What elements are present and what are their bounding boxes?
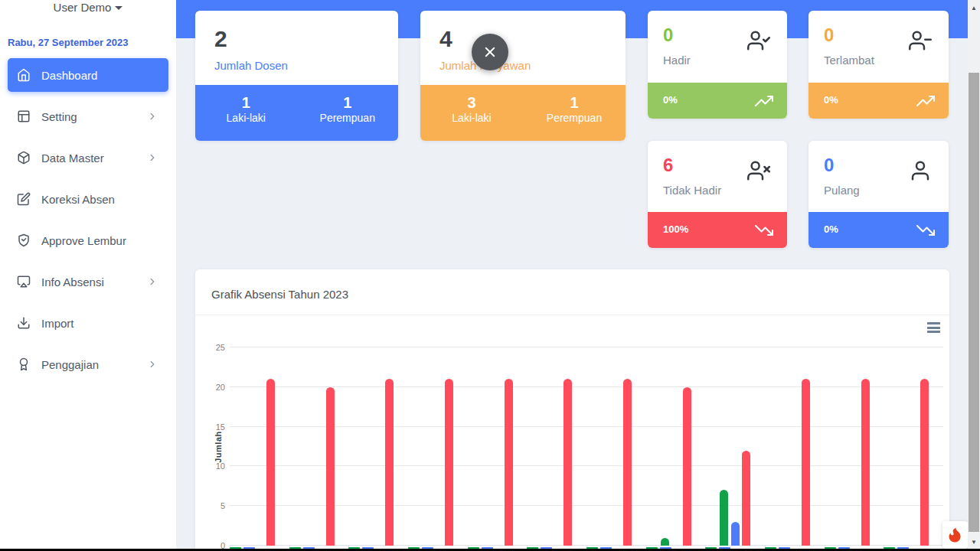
hadir-label: Hadir (663, 54, 691, 67)
y-axis-tick: 15 (202, 422, 225, 432)
pulang-label: Pulang (824, 184, 860, 197)
gridline (230, 347, 943, 347)
trending-up-icon (755, 92, 773, 110)
user-menu[interactable]: User Demo (0, 0, 176, 14)
dosen-male-count: 1 (195, 94, 297, 112)
sidebar-item-info-absensi[interactable]: Info Absensi (8, 265, 168, 298)
bar-red-Mei (505, 379, 513, 546)
chart-title: Grafik Absensi Tahun 2023 (211, 288, 348, 301)
sidebar-item-import[interactable]: Import (8, 306, 168, 340)
user-icon (909, 159, 932, 182)
sidebar-item-label: Koreksi Absen (41, 193, 115, 206)
pulang-footer: 0% (808, 212, 949, 248)
x-icon (483, 45, 497, 59)
hadir-percent: 0% (663, 94, 678, 106)
trending-up-icon (916, 92, 935, 110)
bar-blue-Sep (731, 522, 740, 546)
karyawan-female-label: Perempuan (523, 112, 626, 124)
bar-red-Sep (742, 451, 750, 546)
dosen-female-label: Perempuan (297, 112, 399, 124)
gridline (230, 426, 943, 427)
user-menu-label: User Demo (54, 1, 112, 14)
bar-red-Apr (445, 379, 453, 546)
sidebar-item-koreksi-absen[interactable]: Koreksi Absen (8, 182, 168, 216)
hadir-count: 0 (663, 24, 673, 46)
bar-green-Sep (720, 490, 728, 546)
bar-red-Jan (266, 379, 275, 546)
sidebar-item-approve-lembur[interactable]: Approve Lembur (8, 223, 168, 257)
karyawan-male-col: 3 Laki-laki (420, 85, 523, 141)
dashboard-page: User Demo Rabu, 27 September 2023 Dashbo… (0, 0, 980, 551)
sidebar-item-penggajian[interactable]: Penggajian (8, 347, 168, 381)
chart-header: Grafik Absensi Tahun 2023 (195, 269, 949, 315)
caret-down-icon (115, 6, 122, 10)
dosen-male-label: Laki-laki (195, 112, 297, 124)
terlambat-footer: 0% (808, 83, 949, 119)
karyawan-male-label: Laki-laki (420, 112, 523, 124)
sidebar-item-label: Dashboard (41, 69, 97, 82)
sidebar-item-dashboard[interactable]: Dashboard (8, 58, 168, 92)
terlambat-percent: 0% (824, 94, 838, 106)
card-terlambat: 0 Terlambat 0% (808, 11, 949, 119)
karyawan-footer: 3 Laki-laki 1 Perempuan (420, 85, 626, 141)
card-jumlah-karyawan: 4 Jumlah Karyawan 3 Laki-laki 1 Perempua… (420, 11, 626, 141)
dosen-label: Jumlah Dosen (195, 51, 398, 72)
layout-icon (17, 109, 31, 123)
card-jumlah-dosen: 2 Jumlah Dosen 1 Laki-laki 1 Perempuan (195, 11, 398, 141)
bar-red-Agu (683, 387, 691, 546)
scroll-down-icon[interactable]: ▼ (968, 536, 980, 548)
pulang-count: 0 (824, 155, 834, 176)
trending-down-icon (916, 221, 935, 240)
scroll-up-icon[interactable]: ▲ (968, 2, 980, 14)
chevron-right-icon (147, 359, 158, 370)
karyawan-label: Jumlah Karyawan (420, 51, 626, 72)
scrollbar-thumb[interactable] (969, 73, 979, 532)
hamburger-icon[interactable] (927, 322, 940, 334)
gridline (230, 505, 943, 506)
terlambat-count: 0 (824, 24, 834, 46)
flame-icon (948, 527, 963, 543)
user-minus-icon (909, 29, 932, 52)
karyawan-female-col: 1 Perempuan (523, 85, 626, 141)
airplay-icon (17, 275, 31, 289)
download-icon (17, 316, 31, 330)
bar-red-Feb (326, 387, 335, 546)
dosen-footer: 1 Laki-laki 1 Perempuan (195, 85, 398, 141)
karyawan-count: 4 (420, 11, 626, 51)
gridline (230, 386, 943, 387)
sidebar-item-label: Data Master (41, 152, 104, 165)
sidebar-item-label: Approve Lembur (41, 234, 126, 247)
sidebar-item-label: Import (41, 317, 74, 330)
terlambat-label: Terlambat (824, 54, 874, 67)
chart-card: Grafik Absensi Tahun 2023 Jumlah 0510152… (195, 269, 949, 551)
chevron-right-icon (147, 152, 158, 163)
sidebar: User Demo Rabu, 27 September 2023 Dashbo… (0, 0, 176, 549)
sidebar-item-data-master[interactable]: Data Master (8, 141, 168, 174)
karyawan-male-count: 3 (420, 94, 523, 112)
tidak-hadir-percent: 100% (663, 223, 688, 235)
close-overlay-button[interactable] (472, 34, 508, 70)
sidebar-nav: Dashboard Setting Data Master (0, 58, 176, 389)
y-axis-label: Jumlah (214, 431, 223, 463)
tidak-hadir-count: 6 (663, 155, 673, 176)
bar-red-Nov (861, 379, 870, 546)
dosen-male-col: 1 Laki-laki (195, 85, 297, 141)
pulang-percent: 0% (824, 223, 838, 235)
user-check-icon (747, 29, 770, 52)
bar-red-Mar (385, 379, 394, 546)
award-icon (17, 357, 31, 371)
tidak-hadir-label: Tidak Hadir (663, 184, 721, 197)
dosen-female-count: 1 (297, 94, 399, 112)
y-axis-tick: 20 (202, 383, 225, 392)
sidebar-item-setting[interactable]: Setting (8, 99, 168, 133)
y-axis-tick: 10 (202, 461, 225, 471)
card-tidak-hadir: 6 Tidak Hadir 100% (648, 141, 787, 248)
sidebar-item-label: Penggajian (41, 358, 99, 371)
gridline (230, 465, 943, 466)
y-axis-tick: 5 (202, 501, 225, 510)
user-x-icon (747, 159, 770, 182)
flame-button[interactable] (942, 521, 968, 549)
card-hadir: 0 Hadir 0% (648, 11, 787, 119)
box-icon (17, 151, 31, 165)
scrollbar[interactable]: ▲ ▼ (968, 0, 980, 549)
